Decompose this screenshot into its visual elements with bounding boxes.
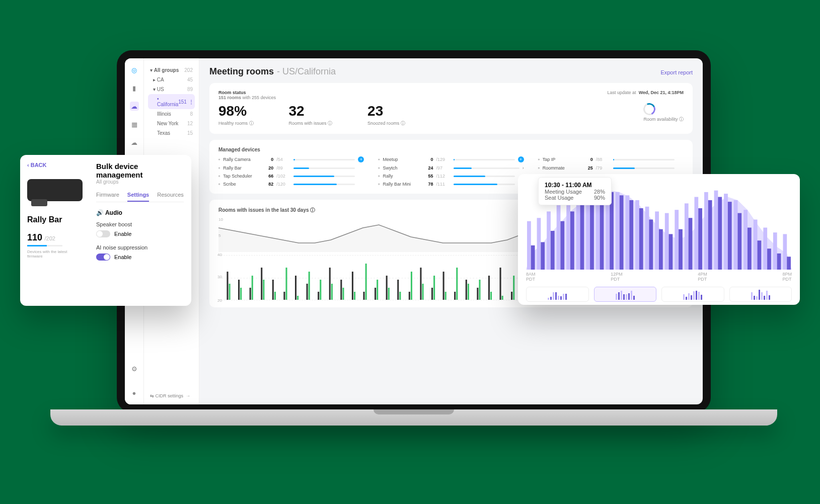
- audio-section: 🔊 Audio: [96, 209, 184, 216]
- tree-item-selected[interactable]: • California 151⋮: [148, 94, 195, 109]
- svg-rect-22: [329, 268, 331, 300]
- svg-rect-36: [409, 292, 410, 300]
- svg-rect-106: [629, 200, 633, 270]
- kpi-availability: Room availability ⓘ: [643, 103, 684, 127]
- tab-settings[interactable]: Settings: [127, 192, 149, 202]
- svg-rect-11: [263, 280, 264, 300]
- tab-resources[interactable]: Resources: [157, 192, 184, 202]
- availability-ring-icon: [642, 102, 657, 117]
- svg-rect-134: [767, 248, 771, 270]
- room-status-card: Room status 151 rooms with 255 devices L…: [209, 83, 693, 134]
- tab-firmware[interactable]: Firmware: [96, 192, 119, 202]
- svg-rect-7: [240, 288, 242, 300]
- tree-all-groups[interactable]: ▾ All groups202: [148, 65, 195, 75]
- last-update: Last update at Wed, Dec 21, 4:18PM: [608, 90, 684, 100]
- device-row[interactable]: ▫Rally Camera0/54+: [218, 156, 364, 162]
- section-title: Managed devices: [218, 147, 684, 152]
- add-icon[interactable]: +: [358, 156, 364, 162]
- svg-rect-39: [422, 284, 424, 300]
- firmware-count: 110 /202: [27, 232, 81, 243]
- device-row[interactable]: ▫Tap IP0/88: [538, 156, 684, 162]
- svg-rect-46: [466, 280, 467, 300]
- laptop-base: [50, 409, 777, 426]
- svg-rect-132: [758, 240, 762, 270]
- device-row[interactable]: ▫Rally55/112: [378, 174, 524, 179]
- firmware-caption: Devices with the latest firmware: [27, 249, 81, 259]
- home-icon[interactable]: ▮: [130, 83, 139, 93]
- device-row[interactable]: ▫Swytch24/97›: [378, 165, 524, 171]
- device-row[interactable]: ▫Scribe82/120: [218, 182, 364, 187]
- rooms-icon[interactable]: ☁: [130, 102, 139, 111]
- device-image: [27, 179, 83, 201]
- svg-rect-43: [445, 292, 446, 300]
- svg-rect-45: [456, 268, 458, 300]
- device-row[interactable]: ▫Roommate25/79: [538, 165, 684, 171]
- svg-rect-40: [431, 288, 433, 300]
- devices-icon[interactable]: ▦: [130, 120, 139, 129]
- svg-rect-20: [318, 292, 319, 300]
- svg-rect-47: [468, 284, 469, 300]
- svg-rect-37: [411, 272, 412, 300]
- cloud-icon[interactable]: ☁: [130, 138, 139, 147]
- svg-rect-32: [386, 276, 388, 300]
- svg-rect-52: [500, 268, 501, 300]
- usage-thumbnail[interactable]: [661, 287, 724, 302]
- svg-rect-31: [377, 280, 378, 300]
- svg-rect-110: [649, 219, 653, 270]
- add-icon[interactable]: +: [518, 156, 524, 162]
- svg-rect-51: [490, 292, 492, 300]
- device-row[interactable]: ▫Meetup0/129+: [378, 156, 524, 162]
- export-report-link[interactable]: Export report: [660, 69, 693, 75]
- tree-item[interactable]: New York12: [148, 119, 195, 128]
- svg-rect-9: [252, 276, 253, 300]
- usage-thumbnail[interactable]: [594, 287, 657, 302]
- svg-rect-85: [527, 221, 531, 270]
- svg-rect-26: [352, 272, 353, 300]
- svg-rect-128: [737, 213, 741, 270]
- svg-rect-35: [399, 292, 401, 300]
- svg-rect-89: [547, 211, 551, 270]
- device-row[interactable]: ▫Rally Bar20/89: [218, 165, 364, 171]
- tree-item[interactable]: ▾ US89: [148, 85, 195, 94]
- svg-rect-21: [320, 280, 321, 300]
- svg-rect-13: [274, 292, 276, 300]
- svg-rect-105: [626, 195, 630, 270]
- svg-rect-48: [477, 288, 478, 300]
- svg-rect-107: [635, 200, 639, 270]
- svg-rect-135: [773, 232, 777, 270]
- usage-thumbnail[interactable]: [729, 287, 792, 302]
- usage-thumbnail[interactable]: [526, 287, 589, 302]
- svg-rect-129: [743, 210, 748, 270]
- svg-rect-109: [645, 207, 649, 270]
- svg-rect-18: [307, 284, 308, 300]
- avatar-icon[interactable]: ●: [130, 388, 139, 397]
- svg-rect-38: [420, 268, 421, 300]
- svg-rect-55: [513, 276, 514, 300]
- svg-rect-33: [388, 288, 390, 300]
- svg-rect-115: [675, 210, 679, 270]
- back-button[interactable]: ‹ BACK: [27, 162, 81, 168]
- svg-rect-138: [787, 257, 791, 270]
- svg-text:10: 10: [218, 217, 223, 222]
- tree-item[interactable]: Texas15: [148, 128, 195, 138]
- svg-rect-137: [783, 234, 787, 270]
- device-row[interactable]: ▫Tap Scheduler66/102: [218, 174, 364, 179]
- svg-rect-86: [531, 245, 535, 270]
- svg-rect-117: [685, 203, 689, 270]
- svg-rect-6: [238, 280, 240, 300]
- cidr-settings-link[interactable]: ⇆ CIDR settings →: [150, 393, 190, 398]
- svg-rect-119: [694, 197, 698, 270]
- tree-item[interactable]: ▸ CA45: [148, 75, 195, 85]
- speaker-boost-toggle[interactable]: [96, 230, 110, 237]
- settings-icon[interactable]: ⚙: [130, 364, 139, 373]
- kebab-icon[interactable]: ⋮: [189, 99, 194, 105]
- device-row[interactable]: ▫Rally Bar Mini78/111: [378, 182, 524, 187]
- svg-rect-114: [669, 234, 673, 270]
- svg-rect-12: [272, 280, 274, 300]
- noise-suppression-toggle[interactable]: [96, 254, 110, 261]
- svg-rect-90: [551, 231, 555, 270]
- tree-item[interactable]: Illinois8: [148, 109, 195, 119]
- svg-rect-93: [566, 199, 570, 270]
- usage-tooltip: 10:30 - 11:00 AM Meeting Usage28% Seat U…: [538, 177, 612, 205]
- chevron-right-icon[interactable]: ›: [523, 165, 524, 171]
